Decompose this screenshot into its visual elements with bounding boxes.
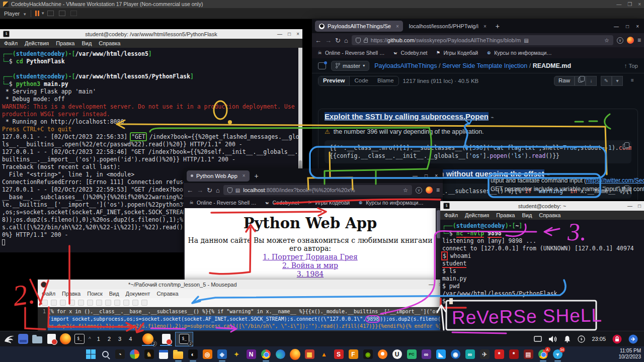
edit-dropdown-icon[interactable]: ▾: [612, 76, 623, 86]
windows-clock[interactable]: 11:05 PM 10/2/2023: [619, 348, 641, 360]
copy-icon[interactable]: [114, 300, 120, 306]
terminal[interactable]: $_: [73, 332, 86, 345]
back-icon[interactable]: ←: [187, 187, 193, 194]
window-minimize[interactable]: —: [429, 282, 434, 287]
taskbar-onenote[interactable]: N: [246, 349, 257, 359]
file-manager[interactable]: [17, 332, 30, 345]
reload-icon[interactable]: ↻: [207, 187, 212, 194]
secgus-link[interactable]: https://twitter.com/SecGus: [586, 177, 644, 184]
menu-item[interactable]: Файл: [444, 212, 458, 218]
menu-item[interactable]: Правка: [62, 291, 80, 297]
shield-icon[interactable]: [227, 188, 232, 193]
taskbar-telegram[interactable]: ➤34: [552, 349, 563, 359]
window-minimize[interactable]: —: [627, 203, 632, 209]
new-icon[interactable]: [42, 300, 48, 306]
profile-avatar[interactable]: [426, 187, 433, 194]
window-maximize[interactable]: □: [626, 24, 629, 29]
terminal1-titlebar[interactable]: $ student@codeby: /var/www/html/lesson5/…: [0, 29, 302, 39]
open-icon[interactable]: [51, 300, 57, 306]
taskbar-orange-f-app[interactable]: F: [348, 349, 359, 359]
terminal-windows[interactable]: $_2: [176, 332, 193, 346]
menu-item[interactable]: Вид: [82, 40, 92, 46]
window-close[interactable]: ×: [435, 173, 438, 178]
forward-icon[interactable]: →: [325, 37, 332, 44]
menu-item[interactable]: Документ: [126, 291, 150, 297]
menu-item[interactable]: Вид: [522, 212, 532, 218]
taskbar-chrome-profile[interactable]: A: [538, 349, 548, 359]
vm-maximize-button[interactable]: ❐: [627, 2, 632, 7]
branch-selector[interactable]: master▾: [331, 61, 369, 71]
home-icon[interactable]: ⌂: [344, 37, 348, 44]
pause-button[interactable]: [35, 11, 39, 16]
fullscreen-icon[interactable]: [59, 11, 65, 16]
menu-item[interactable]: Поиск: [87, 291, 102, 297]
window-maximize[interactable]: □: [288, 31, 291, 37]
url-bar[interactable]: https://github.com/swisskyrepo/PayloadsA…: [352, 35, 613, 45]
view-tab-preview[interactable]: Preview: [318, 76, 350, 85]
book-link-2[interactable]: 2. Война и мир: [185, 261, 436, 269]
pocket-icon[interactable]: ∨: [617, 37, 623, 44]
menu-item[interactable]: Файл: [4, 40, 18, 46]
tab-payloadsallthethings[interactable]: PayloadsAllTheThings/Se×: [315, 21, 403, 32]
reload-icon[interactable]: ↻: [335, 37, 341, 44]
menu-item[interactable]: Вид: [109, 291, 119, 297]
raw-button[interactable]: Raw: [554, 76, 575, 86]
book-link-1[interactable]: 1. Портрет Дориана Грея: [185, 253, 436, 261]
bookmark-skull[interactable]: ☠Online - Reverse Shell …: [189, 200, 256, 206]
edit-pencil-icon[interactable]: ✎: [601, 76, 612, 86]
taskbar-pycharm[interactable]: PC: [407, 349, 417, 359]
chevron-up-icon[interactable]: ^: [89, 336, 91, 342]
pause-dropdown[interactable]: ▼: [41, 11, 45, 16]
taskbar-gold-arrows-app[interactable]: ✦: [231, 349, 242, 359]
taskbar-gauge-app[interactable]: ◔: [115, 349, 125, 359]
bookmark-star-icon[interactable]: ☆: [604, 37, 609, 44]
vm-close-button[interactable]: ×: [638, 2, 641, 7]
taskbar-vlc-cone[interactable]: ▲: [319, 349, 330, 359]
taskbar-red-gear-app-2[interactable]: *: [509, 349, 519, 359]
taskbar-red-grid-app[interactable]: ▦: [304, 349, 315, 359]
view-tab-code[interactable]: Code: [350, 76, 373, 85]
sidebar-toggle-icon[interactable]: [318, 62, 326, 69]
screen-lock-icon[interactable]: [612, 334, 622, 344]
taskbar-gray-wing-app[interactable]: ✈: [479, 349, 490, 359]
back-icon[interactable]: ←: [315, 37, 321, 44]
taskbar-vmware-workstation[interactable]: ◆: [217, 349, 227, 359]
cut-icon[interactable]: [105, 300, 111, 306]
taskbar-red-stack-app[interactable]: ▤: [523, 349, 534, 359]
terminal2-titlebar[interactable]: $ student@codeby: ~ — □: [440, 201, 644, 211]
reader-icon[interactable]: ▤: [524, 38, 528, 43]
taskbar-unreal[interactable]: U: [392, 349, 403, 359]
window-maximize[interactable]: □: [425, 173, 428, 178]
bookmark-globe[interactable]: ⊕Курсы по информаци…: [358, 200, 424, 206]
workspace-switcher[interactable]: 1 2 3 4: [97, 336, 135, 342]
menu-item[interactable]: Действия: [465, 212, 489, 218]
close-icon[interactable]: [78, 300, 84, 306]
window-minimize[interactable]: —: [277, 31, 282, 37]
bookmark-globe[interactable]: ⊕Курсы по информаци…: [486, 50, 552, 56]
view-tab-blame[interactable]: Blame: [373, 76, 398, 85]
replace-icon[interactable]: [141, 300, 147, 306]
save-as-icon[interactable]: [69, 300, 75, 306]
terminal2-output[interactable]: ┌──(student@codeby)-[~]└─$ nc -nvlp 9898…: [440, 220, 644, 331]
taskbar-chrome[interactable]: [261, 349, 271, 359]
vm-minimize-button[interactable]: —: [616, 2, 621, 7]
bookmark-w[interactable]: wCodeby.net: [392, 50, 427, 56]
taskbar-colorful-app[interactable]: [129, 349, 140, 359]
window-maximize[interactable]: □: [638, 203, 641, 209]
paste-icon[interactable]: [123, 300, 129, 306]
taskbar-calendar[interactable]: [158, 349, 169, 359]
tab-close-icon[interactable]: ×: [484, 24, 487, 29]
window-close[interactable]: ×: [296, 31, 299, 37]
save-icon[interactable]: [60, 300, 66, 306]
volume-icon[interactable]: [548, 335, 557, 343]
menu-icon[interactable]: ≡: [436, 187, 440, 194]
menu-item[interactable]: Справка: [539, 212, 560, 218]
forward-icon[interactable]: →: [197, 187, 203, 194]
window-close[interactable]: ×: [636, 24, 639, 29]
taskbar-blender[interactable]: [377, 349, 388, 359]
find-icon[interactable]: [132, 300, 138, 306]
taskbar-dark-app[interactable]: ◐: [188, 349, 198, 359]
menu-item[interactable]: Справка: [156, 291, 178, 297]
taskbar-maps-app[interactable]: ◉: [450, 349, 461, 359]
new-tab-button[interactable]: +: [493, 22, 503, 30]
